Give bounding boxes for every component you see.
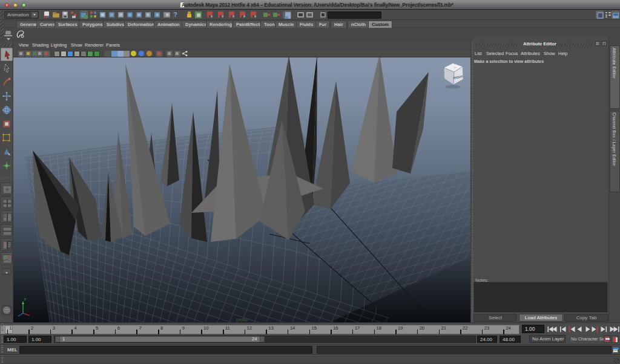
svg-text:y: y bbox=[24, 297, 26, 301]
svg-text:persp: persp bbox=[236, 317, 249, 322]
